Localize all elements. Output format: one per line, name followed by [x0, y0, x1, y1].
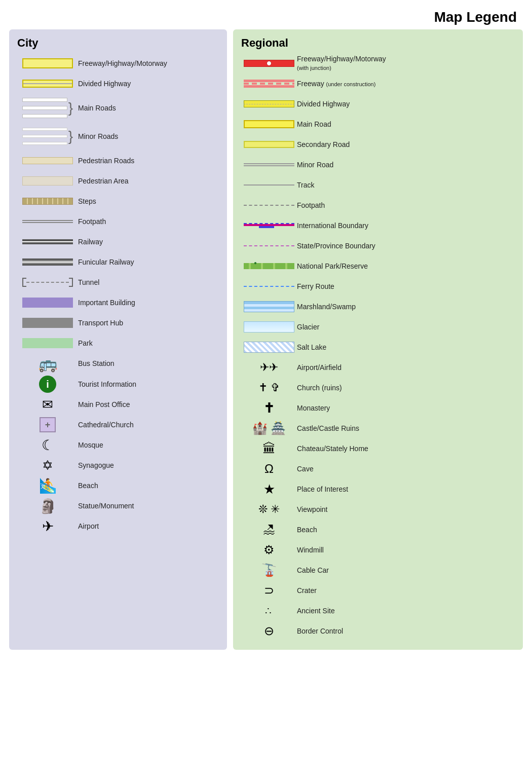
- list-item: ✈✈ Airport/Airfield: [241, 359, 515, 376]
- cathedral-symbol: +: [17, 417, 78, 432]
- reg-freeway-symbol: [241, 60, 297, 67]
- tunnel-label: Tunnel: [78, 278, 99, 287]
- list-item: ✈ Airport: [17, 517, 219, 535]
- list-item: Divided Highway: [241, 95, 515, 113]
- list-item: ✝ Monastery: [241, 399, 515, 417]
- reg-ancient-symbol: ∴: [241, 605, 297, 617]
- list-item: Freeway/Highway/Motorway(with junction): [241, 55, 515, 72]
- reg-crater-label: Crater: [297, 586, 317, 595]
- reg-beach-icon: 🏖: [263, 523, 275, 537]
- list-item: ★ Place of Interest: [241, 480, 515, 498]
- reg-saltlake-label: Salt Lake: [297, 343, 326, 352]
- steps-label: Steps: [78, 197, 96, 206]
- mosque-symbol: ☾: [17, 437, 78, 454]
- list-item: Ω Cave: [241, 460, 515, 477]
- list-item: } Minor Roads: [17, 124, 219, 149]
- beach-city-symbol: 🏄: [17, 477, 78, 494]
- freeway-highway-symbol: [17, 58, 78, 68]
- reg-beach-label: Beach: [297, 526, 317, 534]
- list-item: Glacier: [241, 318, 515, 336]
- list-item: Pedestrian Area: [17, 172, 219, 190]
- tunnel-symbol: [17, 278, 78, 287]
- important-building-symbol: [17, 298, 78, 308]
- steps-symbol: [17, 198, 78, 205]
- info-icon: i: [39, 376, 56, 393]
- list-item: 🚌 Bus Station: [17, 355, 219, 373]
- list-item: 🏰 🏯 Castle/Castle Ruins: [241, 420, 515, 437]
- reg-marsh-label: Marshland/Swamp: [297, 303, 356, 311]
- reg-divided-label: Divided Highway: [297, 100, 350, 108]
- reg-freeway-construct-symbol: [241, 80, 297, 88]
- synagogue-label: Synagogue: [78, 461, 114, 470]
- pedestrian-roads-label: Pedestrian Roads: [78, 157, 134, 165]
- footpath-label: Footpath: [78, 217, 106, 226]
- statue-label: Statue/Monument: [78, 502, 134, 510]
- reg-windmill-symbol: ⚙: [241, 543, 297, 557]
- reg-freeway-construct-label: Freeway (under construction): [297, 80, 375, 88]
- park-symbol: [17, 338, 78, 348]
- reg-castle-label: Castle/Castle Ruins: [297, 424, 359, 433]
- statue-symbol: 🗿: [17, 498, 78, 514]
- reg-intl-label: International Boundary: [297, 221, 368, 230]
- list-item: Minor Road: [241, 156, 515, 173]
- tourist-info-label: Tourist Information: [78, 380, 136, 389]
- main-roads-label: Main Roads: [78, 104, 116, 113]
- list-item: Freeway/Highway/Motorway: [17, 55, 219, 72]
- reg-viewpoint-symbol: ❊ ✳: [241, 503, 297, 516]
- list-item: ✉ Main Post Office: [17, 396, 219, 413]
- list-item: Footpath: [17, 213, 219, 230]
- reg-border-symbol: ⊖: [241, 624, 297, 638]
- list-item: International Boundary: [241, 217, 515, 234]
- mail-icon: ✉: [42, 397, 53, 413]
- reg-minorroad-label: Minor Road: [297, 161, 333, 169]
- divided-highway-symbol: [17, 80, 78, 88]
- reg-marsh-symbol: [241, 301, 297, 312]
- list-item: i Tourist Information: [17, 376, 219, 393]
- list-item: ● National Park/Reserve: [241, 257, 515, 275]
- list-item: ⊖ Border Control: [241, 622, 515, 640]
- reg-cablecar-symbol: 🚡: [241, 563, 297, 577]
- reg-castle-symbol: 🏰 🏯: [241, 421, 297, 435]
- monastery-icon: ✝: [263, 400, 275, 416]
- list-item: Footpath: [241, 197, 515, 214]
- reg-cave-symbol: Ω: [241, 462, 297, 476]
- reg-poi-label: Place of Interest: [297, 485, 348, 494]
- airplane-icon: ✈✈: [260, 361, 278, 374]
- list-item: 🏖 Beach: [241, 521, 515, 538]
- list-item: Secondary Road: [241, 136, 515, 153]
- reg-footpath-label: Footpath: [297, 201, 325, 210]
- statue-icon: 🗿: [39, 498, 57, 514]
- list-item: Salt Lake: [241, 339, 515, 356]
- list-item: Tunnel: [17, 274, 219, 291]
- reg-church-symbol: ✝ ✞: [241, 381, 297, 394]
- list-item: Ferry Route: [241, 278, 515, 295]
- list-item: ⚙ Windmill: [241, 541, 515, 559]
- important-building-label: Important Building: [78, 299, 135, 307]
- cave-icon: Ω: [264, 462, 274, 476]
- regional-column: Regional Freeway/Highway/Motorway(with j…: [233, 29, 523, 650]
- list-item: } Main Roads: [17, 95, 219, 121]
- reg-secondary-symbol: [241, 141, 297, 148]
- star-icon: ★: [263, 482, 275, 497]
- chateau-icon: 🏛: [262, 441, 276, 457]
- crater-icon: ⊃: [264, 583, 274, 598]
- border-icon: ⊖: [264, 624, 274, 638]
- mosque-icon: ☾: [42, 437, 54, 454]
- reg-glacier-symbol: [241, 321, 297, 332]
- funicular-label: Funicular Railway: [78, 258, 134, 267]
- list-item: ⊃ Crater: [241, 582, 515, 599]
- cathedral-label: Cathedral/Church: [78, 421, 134, 429]
- reg-monastery-symbol: ✝: [241, 400, 297, 416]
- reg-viewpoint-label: Viewpoint: [297, 505, 327, 514]
- reg-church-label: Church (ruins): [297, 384, 342, 392]
- synagogue-icon: ✡: [42, 458, 53, 473]
- cablecar-icon: 🚡: [261, 563, 277, 577]
- list-item: Main Road: [241, 116, 515, 133]
- reg-saltlake-symbol: [241, 342, 297, 353]
- main-roads-symbol: }: [17, 98, 78, 118]
- reg-border-label: Border Control: [297, 627, 343, 636]
- reg-monastery-label: Monastery: [297, 404, 330, 413]
- bus-station-symbol: 🚌: [17, 355, 78, 373]
- list-item: ☾ Mosque: [17, 436, 219, 454]
- list-item: Railway: [17, 233, 219, 250]
